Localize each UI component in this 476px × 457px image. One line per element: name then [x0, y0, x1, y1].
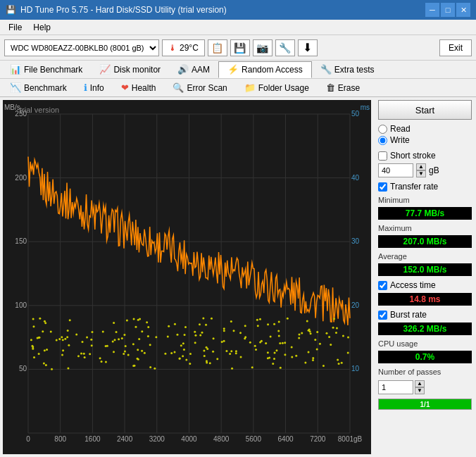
short-stroke-spinner: ▲ ▼ — [416, 163, 426, 177]
titlebar-left: 💾 HD Tune Pro 5.75 - Hard Disk/SSD Utili… — [6, 5, 227, 15]
tab-error-scan[interactable]: 🔍 Error Scan — [164, 80, 235, 96]
main-content: trial version Start Read Write Short str… — [0, 97, 476, 457]
average-label: Average — [378, 252, 472, 261]
short-stroke-input[interactable] — [378, 163, 413, 177]
tab-erase-label: Erase — [338, 83, 360, 93]
health-icon: ❤ — [121, 82, 129, 93]
short-stroke-row: ▲ ▼ gB — [378, 163, 472, 177]
minimize-button[interactable]: ─ — [425, 3, 439, 17]
tab-random-access-label: Random Access — [242, 65, 303, 75]
short-stroke-unit: gB — [429, 165, 439, 175]
exit-button[interactable]: Exit — [439, 39, 472, 56]
passes-row: ▲ ▼ — [378, 380, 472, 394]
write-radio[interactable] — [378, 136, 387, 145]
toolbar: WDC WD80EAZZ-00BKLB0 (8001 gB) 🌡 29°C 📋 … — [0, 35, 476, 61]
short-stroke-down[interactable]: ▼ — [416, 170, 426, 177]
burst-rate-label: Burst rate — [390, 310, 427, 320]
extra-tests-icon: 🔧 — [320, 64, 332, 75]
read-radio[interactable] — [378, 125, 387, 134]
tab-error-scan-label: Error Scan — [187, 83, 227, 93]
read-radio-label[interactable]: Read — [378, 124, 472, 134]
progress-bar-container: 1/1 — [378, 399, 472, 410]
short-stroke-label: Short stroke — [390, 151, 436, 161]
short-stroke-up[interactable]: ▲ — [416, 163, 426, 170]
right-panel: Start Read Write Short stroke ▲ ▼ gB — [374, 97, 476, 457]
menu-help[interactable]: Help — [27, 21, 56, 34]
copy-icon-btn[interactable]: 📋 — [208, 39, 227, 56]
tab-erase[interactable]: 🗑 Erase — [318, 80, 368, 96]
access-time-checkbox[interactable] — [378, 281, 387, 290]
burst-rate-checkbox[interactable] — [378, 311, 387, 320]
passes-spinner: ▲ ▼ — [415, 380, 425, 394]
tab-disk-monitor-label: Disk monitor — [113, 65, 161, 75]
wrench-icon-btn[interactable]: 🔧 — [275, 39, 295, 56]
tab-health-label: Health — [132, 83, 156, 93]
access-time-checkbox-label[interactable]: Access time — [378, 280, 472, 290]
maximum-value: 207.0 MB/s — [378, 235, 472, 248]
access-time-label: Access time — [390, 280, 436, 290]
burst-rate-checkbox-label[interactable]: Burst rate — [378, 310, 472, 320]
maximum-label: Maximum — [378, 224, 472, 232]
camera-icon-btn[interactable]: 📷 — [253, 39, 273, 56]
transfer-rate-checkbox-label[interactable]: Transfer rate — [378, 182, 472, 192]
tab-extra-tests-label: Extra tests — [334, 65, 375, 75]
chart-canvas — [3, 100, 371, 454]
close-button[interactable]: ✕ — [456, 3, 470, 17]
burst-rate-value: 326.2 MB/s — [378, 323, 472, 335]
passes-up[interactable]: ▲ — [415, 380, 425, 387]
passes-down[interactable]: ▼ — [415, 387, 425, 394]
disk-monitor-icon: 📈 — [99, 64, 111, 75]
tab-health[interactable]: ❤ Health — [113, 80, 165, 96]
benchmark-icon: 📉 — [10, 82, 21, 93]
disk-selector[interactable]: WDC WD80EAZZ-00BKLB0 (8001 gB) — [4, 39, 159, 56]
info-icon: ℹ — [84, 82, 87, 93]
tab-disk-monitor[interactable]: 📈 Disk monitor — [91, 61, 169, 78]
tab-folder-usage[interactable]: 📁 Folder Usage — [236, 80, 318, 96]
write-label: Write — [390, 135, 410, 145]
tab-aam-label: AAM — [192, 65, 210, 75]
save-icon-btn[interactable]: 💾 — [230, 39, 250, 56]
minimum-value: 77.7 MB/s — [378, 207, 472, 220]
file-benchmark-icon: 📊 — [10, 64, 21, 75]
menu-file[interactable]: File — [3, 21, 27, 34]
read-label: Read — [390, 124, 411, 134]
tab-file-benchmark[interactable]: 📊 File Benchmark — [1, 61, 91, 78]
minimum-label: Minimum — [378, 196, 472, 204]
tab-aam[interactable]: 🔊 AAM — [169, 61, 218, 78]
access-time-value: 14.8 ms — [378, 293, 472, 306]
tab-info[interactable]: ℹ Info — [75, 80, 113, 96]
transfer-rate-label: Transfer rate — [390, 182, 438, 192]
folder-usage-icon: 📁 — [244, 82, 256, 93]
tab-random-access[interactable]: ⚡ Random Access — [218, 61, 312, 78]
cpu-usage-label: CPU usage — [378, 339, 472, 348]
tab-extra-tests[interactable]: 🔧 Extra tests — [312, 61, 383, 78]
error-scan-icon: 🔍 — [173, 82, 184, 93]
cpu-usage-value: 0.7% — [378, 351, 472, 363]
passes-input[interactable] — [378, 380, 413, 394]
short-stroke-checkbox-label[interactable]: Short stroke — [378, 151, 472, 161]
maximize-button[interactable]: □ — [441, 3, 455, 17]
trial-watermark: trial version — [20, 106, 59, 114]
download-icon-btn[interactable]: ⬇ — [298, 39, 318, 56]
erase-icon: 🗑 — [326, 82, 335, 93]
tab-folder-usage-label: Folder Usage — [258, 83, 309, 93]
aam-icon: 🔊 — [177, 64, 189, 75]
progress-bar-fill: 1/1 — [379, 399, 471, 409]
start-button[interactable]: Start — [378, 100, 472, 120]
chart-area: trial version — [3, 100, 371, 454]
nav-row1: 📊 File Benchmark 📈 Disk monitor 🔊 AAM ⚡ … — [0, 61, 476, 79]
thermometer-icon: 🌡 — [168, 43, 177, 53]
average-value: 152.0 MB/s — [378, 263, 472, 276]
menubar: File Help — [0, 20, 476, 35]
transfer-rate-checkbox[interactable] — [378, 182, 387, 192]
progress-label: 1/1 — [420, 401, 430, 408]
temperature-value: 29°C — [180, 43, 199, 53]
tab-benchmark-label: Benchmark — [24, 83, 67, 93]
tab-benchmark[interactable]: 📉 Benchmark — [1, 80, 75, 96]
passes-label: Number of passes — [378, 368, 472, 376]
write-radio-label[interactable]: Write — [378, 135, 472, 145]
tab-file-benchmark-label: File Benchmark — [24, 65, 82, 75]
short-stroke-checkbox[interactable] — [378, 151, 387, 161]
temperature-display: 🌡 29°C — [162, 39, 205, 56]
tab-info-label: Info — [90, 83, 104, 93]
